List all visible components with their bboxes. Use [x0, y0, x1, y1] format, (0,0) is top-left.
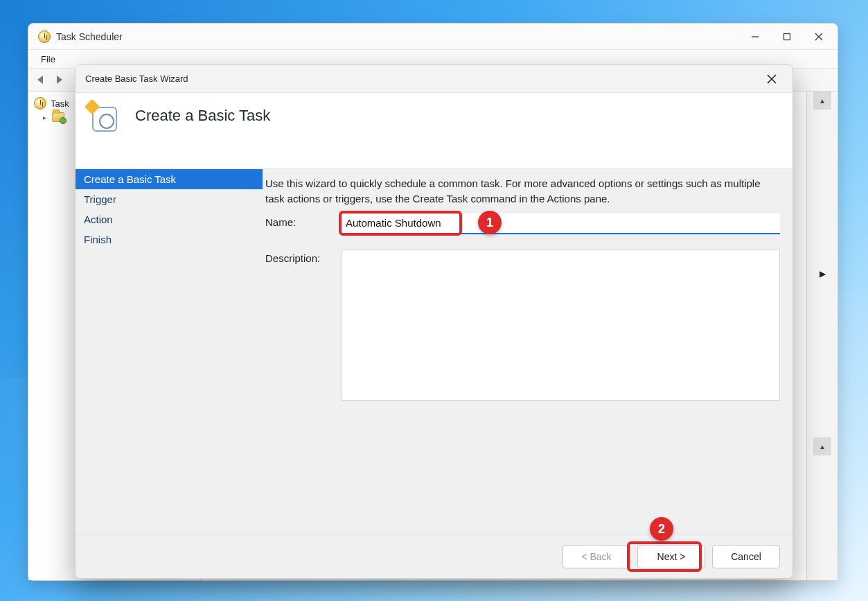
svg-rect-1 — [784, 33, 790, 40]
main-titlebar: Task Scheduler — [28, 24, 838, 50]
wizard-step-trigger[interactable]: Trigger — [76, 189, 263, 209]
right-pane: ▲ ▶ ▲ — [806, 92, 838, 580]
description-label: Description: — [265, 250, 342, 264]
expand-toggle-icon[interactable]: ▸ — [41, 114, 48, 121]
main-window-title: Task Scheduler — [56, 31, 123, 42]
next-button[interactable]: Next > — [637, 545, 705, 568]
svg-marker-5 — [57, 76, 62, 84]
task-scheduler-icon — [38, 31, 51, 43]
scroll-up-button[interactable]: ▲ — [813, 92, 831, 110]
cancel-button[interactable]: Cancel — [712, 545, 780, 568]
wizard-step-nav: Create a Basic Task Trigger Action Finis… — [76, 169, 263, 534]
wizard-icon — [88, 103, 118, 133]
tree-root-label: Task — [51, 98, 69, 109]
create-basic-task-wizard: Create Basic Task Wizard Create a Basic … — [75, 64, 793, 579]
clock-icon — [34, 97, 46, 110]
expand-arrow-icon[interactable]: ▶ — [814, 265, 831, 282]
minimize-button[interactable] — [739, 26, 771, 48]
close-button[interactable] — [803, 26, 835, 48]
scroll-up-button-2[interactable]: ▲ — [813, 437, 831, 455]
wizard-step-finish[interactable]: Finish — [76, 229, 263, 250]
wizard-footer: < Back Next > Cancel — [76, 534, 792, 578]
maximize-button[interactable] — [771, 26, 803, 48]
task-name-input[interactable] — [342, 214, 780, 234]
annotation-badge-2: 2 — [650, 517, 673, 541]
annotation-badge-1: 1 — [478, 211, 502, 234]
wizard-heading: Create a Basic Task — [135, 107, 270, 125]
svg-marker-4 — [37, 76, 43, 84]
task-description-input[interactable] — [342, 250, 780, 401]
back-button[interactable]: < Back — [563, 545, 630, 568]
wizard-header: Create a Basic Task — [76, 93, 792, 169]
wizard-form: Use this wizard to quickly schedule a co… — [263, 169, 792, 534]
wizard-step-create-basic-task[interactable]: Create a Basic Task — [76, 169, 263, 189]
folder-icon — [52, 112, 64, 122]
menu-file[interactable]: File — [34, 53, 62, 66]
name-label: Name: — [265, 214, 342, 228]
wizard-title: Create Basic Task Wizard — [85, 73, 188, 84]
wizard-intro-text: Use this wizard to quickly schedule a co… — [265, 176, 780, 207]
wizard-titlebar: Create Basic Task Wizard — [76, 65, 792, 93]
wizard-close-button[interactable] — [756, 69, 787, 89]
nav-forward-icon[interactable] — [51, 71, 67, 88]
nav-back-icon[interactable] — [33, 71, 49, 88]
wizard-step-action[interactable]: Action — [76, 209, 263, 229]
